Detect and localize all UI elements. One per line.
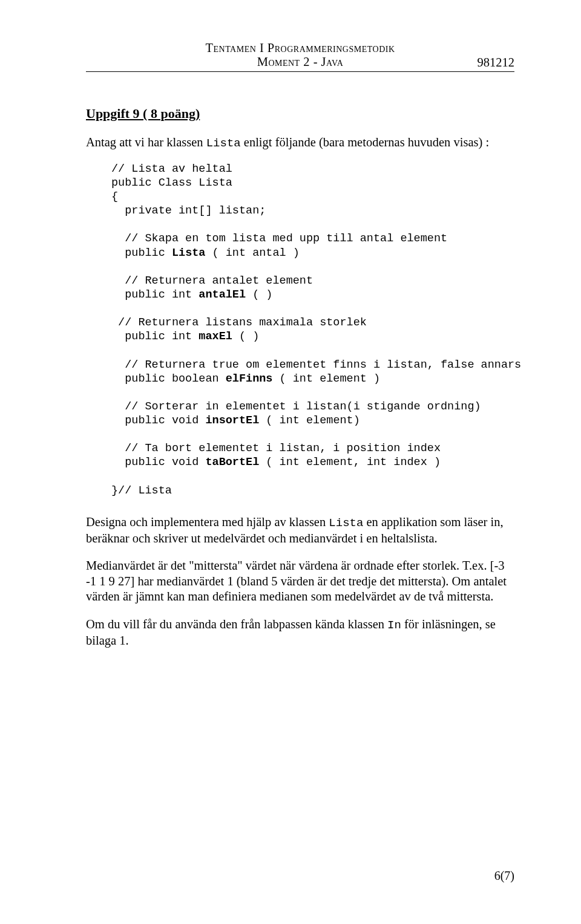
code-line: ( int element ) [272, 373, 380, 385]
code-line: // Ta bort elementet i listan, i positio… [111, 442, 441, 455]
p1-pre: Designa och implementera med hjälp av kl… [86, 515, 329, 529]
intro-code: Lista [206, 137, 241, 150]
code-bold: elFinns [226, 373, 273, 385]
code-listing: // Lista av heltal public Class Lista { … [111, 162, 514, 498]
code-bold: insortEl [205, 414, 259, 427]
code-line: public boolean [111, 373, 226, 385]
code-line: }// Lista [111, 484, 172, 497]
header-rule [86, 71, 514, 72]
code-line: public void [111, 456, 205, 469]
paragraph-1: Designa och implementera med hjälp av kl… [86, 515, 514, 546]
code-line: public Class Lista [111, 177, 232, 189]
header-title-2: Moment 2 - Java [86, 55, 514, 69]
code-line: public int [111, 288, 199, 301]
code-bold: taBortEl [205, 456, 259, 469]
code-line: // Returnera true om elementet finns i l… [111, 359, 521, 371]
page-number: 6(7) [494, 869, 514, 883]
p1-code: Lista [329, 516, 363, 530]
code-line: // Lista av heltal [111, 163, 232, 175]
code-line: public void [111, 414, 205, 427]
code-line: public [111, 247, 172, 259]
code-line: ( int element) [259, 414, 360, 427]
code-bold: Lista [172, 247, 206, 259]
code-line: { [111, 190, 118, 203]
code-line: ( ) [232, 330, 259, 343]
code-line: // Returnera listans maximala storlek [111, 316, 367, 329]
code-bold: antalEl [199, 288, 246, 301]
header-title-1: Tentamen I Programmeringsmetodik [86, 41, 514, 55]
code-line: public int [111, 330, 199, 343]
paragraph-2: Medianvärdet är det "mittersta" värdet n… [86, 558, 514, 605]
task-intro: Antag att vi har klassen Lista enligt fö… [86, 135, 514, 151]
code-line: // Skapa en tom lista med upp till antal… [111, 232, 447, 245]
main-content: Uppgift 9 ( 8 poäng) Antag att vi har kl… [86, 106, 514, 648]
code-line: ( int element, int index ) [259, 456, 441, 469]
code-bold: maxEl [199, 330, 232, 343]
p3-pre: Om du vill får du använda den från labpa… [86, 617, 387, 631]
paragraph-3: Om du vill får du använda den från labpa… [86, 617, 514, 648]
p3-code: In [387, 619, 401, 632]
page-header: Tentamen I Programmeringsmetodik Moment … [86, 41, 514, 72]
code-line: ( int antal ) [205, 247, 299, 259]
code-line: ( ) [246, 288, 272, 301]
task-title: Uppgift 9 ( 8 poäng) [86, 106, 514, 122]
code-line: private int[] listan; [111, 204, 266, 217]
intro-pre: Antag att vi har klassen [86, 135, 206, 149]
intro-post: enligt följande (bara metodernas huvuden… [241, 135, 489, 149]
header-code: 981212 [478, 56, 515, 70]
code-line: // Sorterar in elementet i listan(i stig… [111, 400, 481, 413]
code-line: // Returnera antalet element [111, 275, 313, 287]
